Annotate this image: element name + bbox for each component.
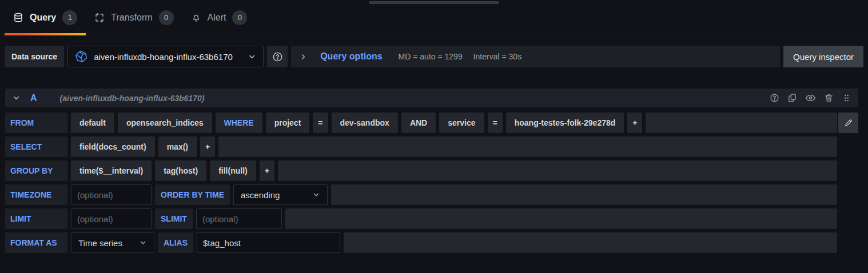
collapse-query-icon[interactable] [12, 94, 21, 102]
row-filler [218, 136, 837, 157]
tab-label: Query [30, 13, 56, 23]
format-as-select[interactable]: Time series [71, 232, 154, 253]
query-header-actions [770, 93, 851, 103]
limit-label: LIMIT [5, 208, 67, 229]
where-condition-segment[interactable]: AND [401, 113, 436, 133]
format-as-value: Time series [78, 238, 122, 248]
query-options-label: Query options [320, 51, 382, 62]
group-by-row: GROUP BY time($__interval) tag(host) fil… [5, 160, 837, 181]
group-by-label: GROUP BY [5, 160, 67, 181]
transform-icon [94, 13, 105, 23]
angle-right-icon [299, 53, 308, 61]
from-policy-segment[interactable]: default [71, 113, 114, 133]
alias-label: ALIAS [158, 232, 193, 253]
tab-query[interactable]: Query 1 [5, 0, 86, 35]
timezone-label: TIMEZONE [5, 184, 67, 205]
query-help-button[interactable] [770, 93, 779, 103]
order-by-time-value: ascending [241, 190, 280, 200]
tab-transform[interactable]: Transform 0 [86, 0, 182, 35]
from-measurement-segment[interactable]: opensearch_indices [118, 113, 212, 133]
chevron-down-icon [312, 191, 320, 199]
select-label: SELECT [5, 136, 67, 157]
interval-summary: Interval = 30s [473, 52, 521, 61]
datasource-help-button[interactable] [267, 46, 288, 67]
influxdb-icon [75, 50, 87, 63]
editor-tabbar: Query 1 Transform 0 Alert [0, 0, 868, 35]
datasource-label: Data source [5, 46, 64, 67]
query-ref-id: A [30, 93, 37, 103]
query-options-header[interactable]: Query options MD = auto = 1299 Interval … [291, 46, 780, 67]
add-group-by-plus-button[interactable]: + [260, 160, 274, 181]
limit-row: LIMIT SLIMIT [5, 208, 837, 229]
tab-label: Transform [111, 13, 152, 23]
panel-editor-screen: Query 1 Transform 0 Alert [0, 0, 868, 273]
format-as-label: FORMAT AS [5, 232, 67, 253]
row-filler [285, 208, 837, 229]
add-condition-plus-button[interactable]: + [627, 113, 642, 133]
question-circle-icon [272, 51, 283, 62]
group-by-tag-segment[interactable]: tag(host) [155, 160, 206, 181]
tab-count-badge: 0 [232, 10, 247, 25]
from-row: FROM default opensearch_indices WHERE pr… [5, 113, 858, 133]
query-inspector-button[interactable]: Query inspector [783, 46, 863, 67]
datasource-toolbar: Data source aiven-influxdb-hoang-influx-… [5, 46, 863, 67]
hide-response-eye-icon[interactable] [805, 93, 816, 103]
query-header: A (aiven-influxdb-hoang-influx-63b6170) [5, 89, 858, 107]
drag-dots-icon[interactable] [842, 93, 851, 103]
group-by-time-segment[interactable]: time($__interval) [71, 160, 152, 181]
row-filler [344, 232, 837, 253]
tab-count-badge: 0 [159, 10, 174, 25]
row-filler [646, 113, 837, 133]
query-datasource-hint: (aiven-influxdb-hoang-influx-63b6170) [60, 94, 205, 103]
row-filler [331, 184, 837, 205]
slimit-input[interactable] [196, 208, 282, 229]
datasource-picker[interactable]: aiven-influxdb-hoang-influx-63b6170 [67, 46, 264, 67]
row-filler [278, 160, 837, 181]
chevron-down-icon [139, 239, 147, 247]
query-editor-card: A (aiven-influxdb-hoang-influx-63b6170) [5, 89, 858, 253]
add-select-plus-button[interactable]: + [200, 136, 215, 157]
alias-input[interactable] [197, 232, 340, 253]
database-icon [13, 13, 23, 23]
raw-query-edit-button[interactable] [838, 113, 858, 133]
order-by-time-label: ORDER BY TIME [155, 184, 230, 205]
group-by-fill-segment[interactable]: fill(null) [210, 160, 256, 181]
slimit-label: SLIMIT [155, 208, 193, 229]
where-tag-key-segment[interactable]: project [266, 113, 310, 133]
format-as-row: FORMAT AS Time series ALIAS [5, 232, 837, 253]
max-data-points-summary: MD = auto = 1299 [399, 52, 463, 61]
where-tag-value-segment[interactable]: hoang-testes-folk-29e278d [506, 113, 624, 133]
order-by-time-select[interactable]: ascending [233, 184, 328, 205]
bell-icon [191, 13, 201, 23]
tab-label: Alert [208, 13, 226, 23]
pane-resize-handle[interactable] [369, 1, 499, 4]
timezone-input[interactable] [71, 184, 152, 205]
chevron-down-icon [248, 53, 256, 61]
active-tab-indicator [5, 33, 86, 35]
tab-alert[interactable]: Alert 0 [182, 0, 256, 35]
from-label: FROM [5, 113, 67, 133]
select-aggregation-segment[interactable]: max() [158, 136, 197, 157]
where-keyword-segment[interactable]: WHERE [216, 113, 262, 133]
where-tag-key-segment[interactable]: service [439, 113, 484, 133]
where-operator-segment[interactable]: = [488, 113, 503, 133]
datasource-name: aiven-influxdb-hoang-influx-63b6170 [94, 52, 233, 62]
limit-input[interactable] [71, 208, 152, 229]
timezone-row: TIMEZONE ORDER BY TIME ascending [5, 184, 837, 205]
query-builder-rows: FROM default opensearch_indices WHERE pr… [5, 107, 858, 253]
duplicate-query-button[interactable] [787, 93, 797, 103]
remove-query-trash-icon[interactable] [824, 93, 834, 103]
select-field-segment[interactable]: field(docs_count) [71, 136, 155, 157]
pencil-icon [844, 118, 853, 127]
where-tag-value-segment[interactable]: dev-sandbox [332, 113, 398, 133]
select-row: SELECT field(docs_count) max() + [5, 136, 837, 157]
tab-count-badge: 1 [62, 10, 77, 25]
where-operator-segment[interactable]: = [313, 113, 328, 133]
